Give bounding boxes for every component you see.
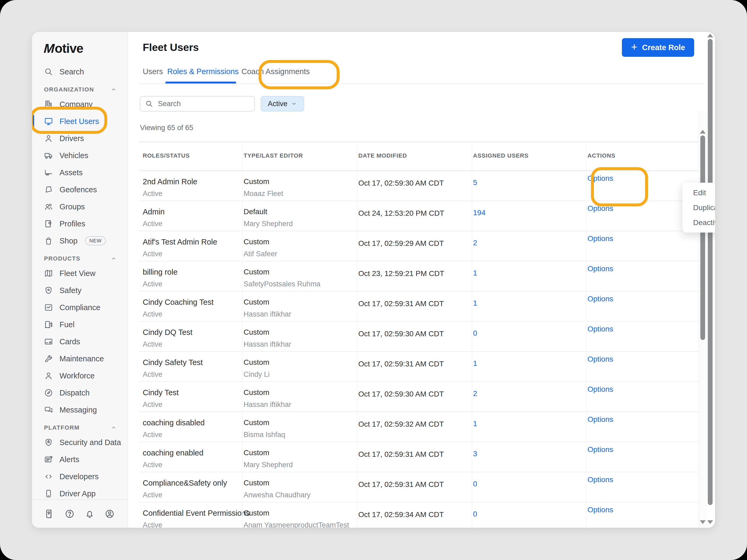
section-header-products[interactable]: PRODUCTS: [32, 252, 128, 265]
sidebar-item-groups[interactable]: Groups: [32, 198, 128, 215]
section-title: PRODUCTS: [44, 255, 80, 262]
last-editor: SafetyPostsales Ruhma: [243, 280, 320, 288]
tab-users[interactable]: Users: [143, 67, 163, 76]
role-name: coaching disabled: [143, 419, 205, 427]
sidebar-item-geofences[interactable]: Geofences: [32, 181, 128, 198]
scroll-down-icon[interactable]: [707, 520, 713, 524]
assigned-users-link[interactable]: 194: [473, 209, 486, 217]
table-scrollbar-thumb[interactable]: [700, 135, 705, 340]
page-scrollbar-thumb[interactable]: [708, 39, 713, 505]
new-badge: NEW: [85, 236, 106, 245]
sidebar-item-security-and-data[interactable]: Security and Data: [32, 434, 128, 451]
create-role-button[interactable]: + Create Role: [622, 38, 694, 57]
options-link[interactable]: Options: [588, 506, 613, 514]
section-header-organization[interactable]: ORGANIZATION: [32, 83, 128, 96]
assigned-users-link[interactable]: 3: [473, 450, 477, 458]
date-modified: Oct 24, 12:53:20 PM CDT: [358, 209, 444, 218]
menu-item-edit[interactable]: Edit: [693, 189, 715, 197]
help-icon[interactable]: [65, 509, 75, 519]
sidebar-item-label: Groups: [59, 203, 85, 211]
sidebar-item-cards[interactable]: Cards: [32, 333, 128, 350]
options-link[interactable]: Options: [588, 476, 613, 484]
date-modified: Oct 17, 02:59:31 AM CDT: [358, 299, 444, 308]
sidebar-item-company[interactable]: Company: [32, 96, 128, 113]
sidebar-item-label: Drivers: [59, 134, 84, 143]
options-link[interactable]: Options: [588, 325, 613, 334]
options-link[interactable]: Options: [588, 174, 613, 183]
column-divider: [357, 141, 358, 528]
chev-up-icon: [110, 86, 117, 93]
options-link[interactable]: Options: [588, 204, 613, 213]
sidebar-item-assets[interactable]: Assets: [32, 164, 128, 181]
chev-down-icon: [291, 101, 297, 107]
assigned-users-link[interactable]: 1: [473, 359, 477, 368]
table-row-compliance-safety-only: Compliance&Safety onlyActiveCustomAnwesh…: [139, 472, 698, 502]
role-name: Cindy Coaching Test: [143, 298, 213, 306]
options-link[interactable]: Options: [588, 355, 613, 364]
assigned-users-link[interactable]: 1: [473, 420, 477, 428]
table-row-atif-s-test-admin-role: Atif's Test Admin RoleActiveCustomAtif S…: [139, 231, 698, 261]
scroll-down-icon[interactable]: [700, 520, 706, 524]
sidebar-item-shop[interactable]: ShopNEW: [32, 232, 128, 249]
scroll-up-icon[interactable]: [707, 34, 713, 37]
section-header-platform[interactable]: PLATFORM: [32, 422, 128, 434]
role-type: Custom: [243, 449, 269, 457]
news-icon: [44, 455, 53, 464]
date-modified: Oct 23, 12:59:21 PM CDT: [358, 269, 444, 278]
status-filter-dropdown[interactable]: Active: [261, 96, 304, 111]
search-input[interactable]: [157, 100, 254, 108]
page-scrollbar[interactable]: [706, 32, 715, 528]
assigned-users-link[interactable]: 0: [473, 329, 477, 338]
assigned-users-link[interactable]: 2: [473, 389, 477, 398]
menu-item-deactivate[interactable]: Deactivate: [693, 218, 715, 227]
tab-coach-assignments[interactable]: Coach Assignments: [241, 67, 310, 76]
sidebar-item-developers[interactable]: Developers: [32, 468, 128, 485]
role-status: Active: [143, 521, 162, 528]
assigned-users-link[interactable]: 0: [473, 480, 477, 488]
sidebar-item-label: Cards: [59, 337, 80, 346]
sidebar-item-vehicles[interactable]: Vehicles: [32, 147, 128, 164]
sidebar-item-label: Fuel: [59, 320, 74, 329]
sidebar-item-fuel[interactable]: Fuel: [32, 316, 128, 333]
options-link[interactable]: Options: [588, 234, 613, 243]
assigned-users-link[interactable]: 1: [473, 299, 477, 308]
sidebar-item-workforce[interactable]: Workforce: [32, 367, 128, 384]
sidebar-item-profiles[interactable]: Profiles: [32, 215, 128, 232]
account-icon[interactable]: [105, 509, 115, 519]
options-link[interactable]: Options: [588, 385, 613, 394]
sidebar-item-label: Dispatch: [59, 389, 89, 397]
role-status: Active: [143, 461, 162, 469]
sidebar-item-alerts[interactable]: Alerts: [32, 451, 128, 468]
guide-icon[interactable]: [45, 509, 55, 519]
sidebar-item-drivers[interactable]: Drivers: [32, 130, 128, 147]
tab-roles-permissions[interactable]: Roles & Permissions: [167, 67, 239, 76]
viewing-count: Viewing 65 of 65: [140, 124, 193, 132]
scroll-up-icon[interactable]: [700, 130, 706, 134]
options-link[interactable]: Options: [588, 445, 613, 454]
last-editor: Anwesha Chaudhary: [243, 491, 311, 499]
sidebar-item-maintenance[interactable]: Maintenance: [32, 350, 128, 367]
sidebar-item-fleet-users[interactable]: Fleet Users: [32, 113, 128, 130]
last-editor: Mary Shepherd: [243, 461, 293, 469]
table-row-confidential-event-permissions: Confidential Event PermissionsActiveCust…: [139, 502, 698, 528]
sidebar-item-fleet-view[interactable]: Fleet View: [32, 265, 128, 282]
assigned-users-link[interactable]: 2: [473, 239, 477, 247]
plus-icon: +: [631, 42, 637, 52]
assigned-users-link[interactable]: 1: [473, 269, 477, 277]
bell-icon[interactable]: [84, 509, 95, 519]
sidebar-item-dispatch[interactable]: Dispatch: [32, 384, 128, 401]
sidebar-search-label: Search: [59, 68, 84, 76]
options-link[interactable]: Options: [588, 415, 613, 424]
menu-item-duplicate[interactable]: Duplicate: [693, 204, 715, 212]
role-type: Custom: [243, 388, 269, 397]
assigned-users-link[interactable]: 0: [473, 510, 477, 518]
column-header-assigned-users: ASSIGNED USERS: [473, 152, 529, 159]
options-link[interactable]: Options: [588, 295, 613, 303]
sidebar-item-messaging[interactable]: Messaging: [32, 401, 128, 419]
sidebar-item-compliance[interactable]: Compliance: [32, 299, 128, 316]
sidebar-item-safety[interactable]: Safety: [32, 282, 128, 299]
options-link[interactable]: Options: [588, 265, 613, 273]
date-modified: Oct 17, 02:59:30 AM CDT: [358, 390, 444, 398]
sidebar-item-search[interactable]: Search: [32, 63, 128, 80]
assigned-users-link[interactable]: 5: [473, 179, 477, 187]
